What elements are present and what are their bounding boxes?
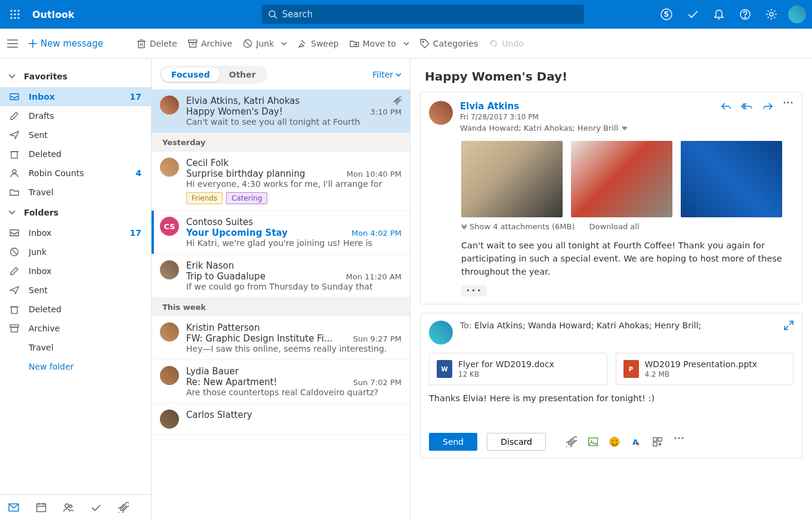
message-preview: Are those countertops real Caldoveiro qu… <box>186 387 402 397</box>
folders-section[interactable]: Folders <box>0 202 151 223</box>
sender-name[interactable]: Elvia Atkins <box>460 101 714 112</box>
message-item[interactable]: Cecil Folk Surprise birthday planning Mo… <box>152 152 410 211</box>
tab-focused[interactable]: Focused <box>162 67 220 82</box>
hamburger-icon[interactable] <box>7 39 18 48</box>
sender-avatar <box>160 158 179 177</box>
favorites-section[interactable]: Favorites <box>0 66 151 87</box>
sidebar-item-folder-inbox-2[interactable]: Inbox <box>0 261 151 281</box>
search-box[interactable] <box>262 5 584 24</box>
message-item[interactable]: CS Contoso Suites Your Upcoming Stay Mon… <box>152 211 410 254</box>
mail-module-icon[interactable] <box>4 500 24 515</box>
sender-avatar <box>160 366 179 385</box>
attachment-card[interactable]: W Flyer for WD2019.docx 12 KB <box>429 353 607 385</box>
delete-button[interactable]: Delete <box>137 39 177 48</box>
message-list: Focused Other Filter Elvia Atkins, Katri… <box>152 59 410 520</box>
pencil-icon <box>8 266 20 276</box>
show-attachments-link[interactable]: Show 4 attachments (6MB) <box>461 222 575 231</box>
compose-body[interactable]: Thanks Elvia! Here is my presentation fo… <box>429 393 794 415</box>
move-to-button[interactable]: Move to <box>350 39 409 48</box>
message-more-icon[interactable]: ••• <box>461 285 487 296</box>
insert-picture-icon[interactable] <box>588 436 598 447</box>
attachment-thumbnail[interactable] <box>681 141 782 217</box>
reading-pane: Happy Women's Day! Elvia Atkins Fri 7/28… <box>410 59 812 520</box>
trash-icon <box>137 39 146 48</box>
sidebar-item-folder-inbox[interactable]: Inbox 17 <box>0 223 151 242</box>
message-item[interactable]: Elvia Atkins, Katri Ahokas Happy Women's… <box>152 90 410 133</box>
tasks-module-icon[interactable] <box>86 500 106 515</box>
folder-move-icon <box>350 39 359 48</box>
more-actions-icon[interactable] <box>783 101 794 133</box>
attachment-name: WD2019 Presentation.pptx <box>645 359 758 369</box>
attachment-card[interactable]: P WD2019 Presentation.pptx 4.2 MB <box>616 353 794 385</box>
svg-line-55 <box>785 326 788 330</box>
filter-button[interactable]: Filter <box>372 70 402 79</box>
formatting-icon[interactable]: Aa <box>631 436 641 447</box>
emoji-icon[interactable] <box>609 436 620 447</box>
apps-icon[interactable] <box>652 436 663 447</box>
categories-button[interactable]: Categories <box>420 39 478 48</box>
app-launcher-icon[interactable] <box>6 5 24 23</box>
sender-avatar <box>160 260 179 279</box>
calendar-module-icon[interactable] <box>31 500 51 515</box>
sidebar-item-folder-deleted[interactable]: Deleted <box>0 300 151 319</box>
more-options-icon[interactable] <box>674 436 684 447</box>
sidebar-item-sent[interactable]: Sent <box>0 125 151 144</box>
attach-file-icon[interactable] <box>566 436 577 447</box>
help-icon[interactable] <box>736 5 755 24</box>
message-from: Lydia Bauer <box>186 366 402 377</box>
sweep-button[interactable]: Sweep <box>298 39 338 48</box>
message-time: Mon 10:40 PM <box>347 170 402 179</box>
user-avatar[interactable] <box>788 5 806 23</box>
compose-to-line[interactable]: To: Elvia Atkins; Wanda Howard; Katri Ah… <box>460 321 777 330</box>
todo-icon[interactable] <box>683 5 702 24</box>
junk-button[interactable]: Junk <box>243 39 287 48</box>
svg-point-69 <box>678 438 680 439</box>
svg-point-37 <box>13 170 16 173</box>
sidebar-item-person[interactable]: Robin Counts 4 <box>0 164 151 183</box>
sidebar-item-travel[interactable]: Travel <box>0 183 151 202</box>
undo-button[interactable]: Undo <box>489 39 524 48</box>
sidebar-item-folder-travel[interactable]: Travel <box>0 338 151 357</box>
message-item[interactable]: Carlos Slattery <box>152 404 410 435</box>
svg-point-1 <box>14 10 16 11</box>
discard-button[interactable]: Discard <box>487 433 546 451</box>
notifications-icon[interactable] <box>709 5 728 24</box>
message-item[interactable]: Erik Nason Trip to Guadalupe Mon 11:20 A… <box>152 254 410 298</box>
skype-icon[interactable]: S <box>657 5 676 24</box>
attachment-thumbnail[interactable] <box>571 141 672 217</box>
svg-line-31 <box>245 41 251 46</box>
sidebar-item-folder-junk[interactable]: Junk <box>0 242 151 261</box>
new-folder-link[interactable]: New folder <box>0 357 151 376</box>
sidebar-item-deleted[interactable]: Deleted <box>0 144 151 164</box>
category-tag[interactable]: Friends <box>186 192 223 204</box>
sidebar-item-folder-sent[interactable]: Sent <box>0 281 151 300</box>
reply-all-icon[interactable] <box>741 101 753 133</box>
message-item[interactable]: Lydia Bauer Re: New Apartment! Sun 7:02 … <box>152 360 410 404</box>
chevron-down-icon <box>403 42 409 45</box>
message-item[interactable]: Kristin Patterson FW: Graphic Design Ins… <box>152 316 410 360</box>
people-module-icon[interactable] <box>58 500 79 515</box>
sidebar-item-folder-archive[interactable]: Archive <box>0 319 151 338</box>
archive-button[interactable]: Archive <box>188 39 232 48</box>
category-tag[interactable]: Catering <box>226 192 267 204</box>
message-preview: If we could go from Thursday to Sunday t… <box>186 282 402 291</box>
forward-icon[interactable] <box>762 101 773 133</box>
download-all-link[interactable]: Download all <box>589 222 640 231</box>
svg-rect-64 <box>658 438 662 441</box>
new-message-button[interactable]: New message <box>29 38 103 49</box>
expand-compose-icon[interactable] <box>784 321 794 330</box>
folder-icon <box>8 187 20 197</box>
svg-rect-65 <box>653 442 657 446</box>
brand-label: Outlook <box>32 9 75 20</box>
search-input[interactable] <box>282 9 578 20</box>
svg-rect-28 <box>189 42 196 47</box>
tab-other[interactable]: Other <box>220 67 265 82</box>
files-module-icon[interactable] <box>113 500 134 515</box>
recipients-expand-icon[interactable] <box>622 127 628 130</box>
reply-icon[interactable] <box>721 101 731 133</box>
settings-icon[interactable] <box>762 5 781 24</box>
sidebar-item-inbox[interactable]: Inbox 17 <box>0 87 151 106</box>
sidebar-item-drafts[interactable]: Drafts <box>0 106 151 125</box>
attachment-thumbnail[interactable] <box>461 141 563 217</box>
send-button[interactable]: Send <box>429 433 477 451</box>
